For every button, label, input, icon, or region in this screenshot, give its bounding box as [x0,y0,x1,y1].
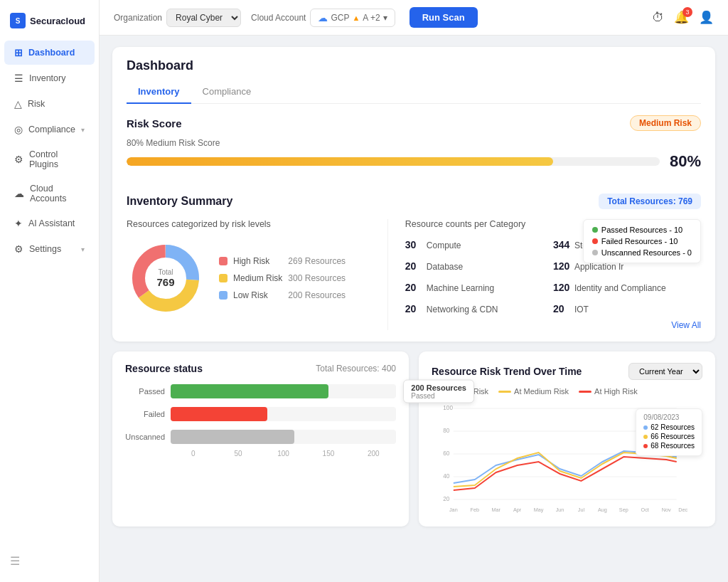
risk-bar-container [127,157,660,166]
passed-bar-label: Passed [125,387,165,396]
svg-text:60: 60 [443,450,449,457]
x-label-0: 0 [171,450,215,457]
medium-risk-label: Medium Risk [233,273,282,283]
legend-high-risk: High Risk 269 Resources [219,256,346,266]
sidebar-item-risk[interactable]: △ Risk [4,92,95,116]
svg-text:Dec: Dec [678,507,687,513]
sidebar-item-cloud-accounts[interactable]: ☁ Cloud Accounts [4,177,95,210]
trend-title: Resource Risk Trend Over Time [432,366,582,377]
risk-header: Risk Score Medium Risk [127,115,701,131]
risk-bar-fill [127,157,553,166]
failed-legend-item: Failed Resources - 10 [592,237,692,245]
risk-title: Risk Score [127,117,182,129]
risk-progress-row: 80% [127,152,701,171]
risk-percent: 80% [670,152,701,171]
tooltip-medium-label: 66 Resources [651,433,695,440]
notifications-icon[interactable]: 🔔 3 [674,10,689,25]
cloud-badge[interactable]: ☁ GCP ▲ A +2 ▾ [310,9,395,27]
trend-chart-container: 100 80 60 40 20 [432,401,702,515]
resource-iot: 20 IOT [553,300,701,317]
trend-tooltip-item-low: 62 Resources [643,423,695,431]
sidebar-item-compliance[interactable]: ◎ Compliance ▾ [4,117,95,142]
chevron-down-icon-settings: ▾ [81,245,85,253]
sidebar-item-control-plugins[interactable]: ⚙ Control Plugins [4,143,95,176]
donut-total-text: Total [156,268,174,276]
svg-text:80: 80 [443,427,449,434]
sidebar-collapse-button[interactable]: ☰ [0,547,99,575]
ml-num: 20 [405,282,422,293]
failed-bar-outer [171,407,396,421]
header: Organization Royal Cyber Cloud Account ☁… [100,0,728,36]
trend-tooltip: 09/08/2023 62 Resources 66 Resources 68 … [636,408,702,456]
svg-text:Sep: Sep [619,507,628,513]
trend-tooltip-date: 09/08/2023 [643,413,695,421]
settings-icon: ⚙ [14,243,23,255]
user-icon[interactable]: 👤 [699,10,714,25]
unscanned-label: Unscanned Resources - 0 [601,248,692,257]
bar-chart: Passed 200 ResourcesPassed Failed [125,384,396,444]
status-card-header: Resource status Total Resources: 400 [125,363,396,374]
sidebar-label-dashboard: Dashboard [28,48,75,58]
status-total: Total Resources: 400 [316,364,396,374]
risk-score-section: Risk Score Medium Risk 80% Medium Risk S… [112,104,715,182]
database-num: 20 [405,260,422,272]
trend-tooltip-item-medium: 66 Resources [643,433,695,440]
donut-chart: Total 769 [127,239,205,317]
run-scan-button[interactable]: Run Scan [410,7,478,28]
ml-name: Machine Learning [427,283,494,293]
inventory-left-panel: Resources categorized by risk levels [127,219,388,330]
low-risk-count: 200 Resources [288,290,346,300]
aws-icon: ▲ [352,14,360,22]
resource-ml: 20 Machine Learning [405,279,553,296]
bottom-row: Resource status Total Resources: 400 Pas… [112,351,715,527]
org-dropdown[interactable]: Royal Cyber [166,9,241,27]
ai-icon: ✦ [14,218,23,229]
cloud-value: GCP [331,13,349,23]
inventory-summary-header: Inventory Summary Total Resources: 769 [127,194,701,209]
svg-text:100: 100 [443,404,453,411]
iot-name: IOT [574,305,589,314]
timer-icon[interactable]: ⏱ [652,11,664,25]
bar-row-failed: Failed [125,407,396,421]
header-actions: ⏱ 🔔 3 👤 [652,10,714,25]
bar-row-unscanned: Unscanned [125,430,396,444]
medium-risk-count: 300 Resources [288,273,346,283]
sidebar-item-inventory[interactable]: ☰ Inventory [4,66,95,90]
view-all-link[interactable]: View All [405,320,701,330]
total-resources-badge: Total Resources: 769 [599,194,701,209]
resource-compute: 30 Compute [405,236,553,253]
compliance-icon: ◎ [14,124,23,135]
failed-bar-label: Failed [125,410,165,418]
sidebar-item-settings[interactable]: ⚙ Settings ▾ [4,237,95,261]
iot-num: 20 [553,303,570,314]
sidebar-label-inventory: Inventory [29,73,65,83]
compute-num: 30 [405,239,422,250]
sidebar-item-dashboard[interactable]: ⊞ Dashboard [4,41,95,65]
sidebar-item-ai-assistant[interactable]: ✦ AI Assistant [4,211,95,236]
page-content: Dashboard Inventory Compliance Risk Scor… [100,36,728,582]
plugins-icon: ⚙ [14,154,23,165]
resource-database: 20 Database [405,258,553,275]
donut-total-number: 769 [156,276,174,288]
trend-header: Resource Risk Trend Over Time Current Ye… [432,363,702,380]
failed-dot [592,238,598,244]
tooltip-high-label: 68 Resources [651,442,695,450]
identity-num: 120 [553,282,570,293]
failed-label: Failed Resources - 10 [601,237,678,245]
trend-medium-dot [498,391,511,393]
chevron-down-icon: ▾ [81,126,85,134]
trend-year-select[interactable]: Current Year [628,363,702,380]
tab-inventory[interactable]: Inventory [127,80,191,104]
inventory-summary-body: Resources categorized by risk levels [127,219,701,330]
x-label-150: 150 [306,450,350,457]
failed-bar-fill [171,407,267,421]
dashboard-card: Dashboard Inventory Compliance Risk Scor… [112,47,715,342]
application-num: 120 [553,260,570,272]
risk-level-title: Resources categorized by risk levels [127,219,373,229]
passed-bar-fill [171,384,328,398]
low-risk-dot [219,291,228,300]
x-label-50: 50 [215,450,260,457]
trend-high-risk-legend: At High Risk [579,387,638,396]
tab-compliance[interactable]: Compliance [191,80,263,104]
passed-label: Passed Resources - 10 [601,226,682,234]
